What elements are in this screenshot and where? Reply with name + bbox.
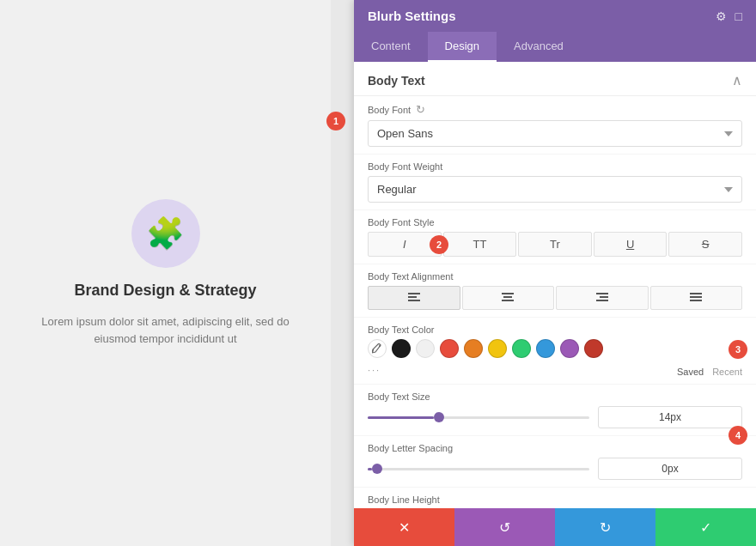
- letter-spacing-value[interactable]: [598, 458, 742, 480]
- color-blue[interactable]: [536, 339, 555, 358]
- step-badge-2: 2: [430, 235, 448, 254]
- body-font-label: Body Font ↻: [368, 103, 742, 116]
- body-text-color-row: Body Text Color ··· Sav: [354, 318, 756, 385]
- puzzle-icon: 🧩: [146, 215, 185, 252]
- svg-rect-4: [502, 293, 514, 294]
- body-font-weight-row: Body Font Weight Regular: [354, 155, 756, 210]
- settings-panel: Blurb Settings ⚙ □ Content Design Advanc…: [354, 0, 756, 546]
- tab-design[interactable]: Design: [428, 32, 497, 62]
- reset-icon: ↺: [499, 519, 510, 536]
- body-letter-spacing-label: Body Letter Spacing: [368, 443, 742, 453]
- step-badge-3: 3: [729, 340, 747, 359]
- letter-spacing-slider-row: [368, 458, 742, 480]
- tabs: Content Design Advanced: [354, 32, 756, 62]
- underline-button[interactable]: U: [594, 232, 668, 257]
- svg-rect-14: [690, 300, 702, 301]
- uppercase-button[interactable]: TT: [443, 232, 517, 257]
- align-justify-button[interactable]: [650, 286, 743, 310]
- body-font-row: Body Font ↻ Open Sans: [354, 96, 756, 155]
- svg-point-16: [379, 345, 381, 347]
- color-red[interactable]: [440, 339, 459, 358]
- capitalize-button[interactable]: Tr: [518, 232, 592, 257]
- color-dark-red[interactable]: [584, 339, 603, 358]
- body-font-style-label: Body Font Style: [368, 217, 742, 228]
- text-size-slider-row: [368, 406, 742, 428]
- brand-title: Brand Design & Strategy: [74, 282, 256, 300]
- letter-spacing-slider-track[interactable]: [368, 468, 589, 470]
- color-swatches: ··· Saved Recent: [368, 339, 742, 377]
- brand-subtitle: Lorem ipsum dolor sit amet, adipiscing e…: [37, 313, 295, 347]
- color-saved-recent: Saved Recent: [677, 367, 742, 377]
- panel-content: Body Text ∧ Body Font ↻ Open Sans Body F…: [354, 62, 756, 508]
- color-black[interactable]: [392, 339, 411, 358]
- cancel-button[interactable]: ✕: [354, 508, 454, 546]
- left-panel: 🧩 Brand Design & Strategy Lorem ipsum do…: [0, 0, 331, 546]
- align-left-button[interactable]: [368, 286, 460, 310]
- svg-rect-1: [408, 296, 417, 298]
- letter-spacing-slider-thumb[interactable]: [372, 464, 382, 474]
- text-size-value[interactable]: [598, 406, 742, 428]
- color-green[interactable]: [512, 339, 531, 358]
- body-line-height-row: Body Line Height: [354, 488, 756, 508]
- body-letter-spacing-row: Body Letter Spacing: [354, 436, 756, 488]
- body-line-height-label: Body Line Height: [368, 494, 742, 505]
- body-text-alignment-row: Body Text Alignment: [354, 264, 756, 318]
- save-icon: ✓: [700, 519, 711, 536]
- settings-icon[interactable]: ⚙: [716, 9, 727, 23]
- section-title: Body Text: [368, 74, 425, 88]
- body-text-size-row: Body Text Size: [354, 385, 756, 436]
- align-center-button[interactable]: [462, 286, 555, 310]
- color-yellow[interactable]: [488, 339, 507, 358]
- svg-rect-6: [502, 300, 514, 301]
- body-font-weight-label: Body Font Weight: [368, 161, 742, 172]
- svg-rect-12: [690, 293, 702, 294]
- header-icons: ⚙ □: [716, 9, 742, 23]
- panel-title: Blurb Settings: [368, 9, 456, 23]
- panel-footer: ✕ ↺ ↻ ✓: [354, 508, 756, 546]
- body-text-alignment-label: Body Text Alignment: [368, 271, 742, 282]
- step-badge-4: 4: [729, 426, 747, 445]
- font-style-buttons: I TT Tr U S: [368, 232, 742, 257]
- color-picker-icon[interactable]: [368, 339, 387, 358]
- body-font-reset-icon[interactable]: ↻: [416, 103, 425, 116]
- strikethrough-button[interactable]: S: [668, 232, 742, 257]
- body-text-size-label: Body Text Size: [368, 391, 742, 402]
- color-white[interactable]: [416, 339, 435, 358]
- alignment-buttons: [368, 286, 742, 310]
- body-font-style-row: Body Font Style I TT Tr U S: [354, 210, 756, 264]
- svg-rect-5: [503, 296, 512, 298]
- section-header: Body Text ∧: [354, 62, 756, 96]
- text-size-slider-track[interactable]: [368, 416, 589, 419]
- body-text-color-label: Body Text Color: [368, 325, 742, 335]
- text-size-slider-fill: [368, 416, 434, 419]
- cancel-icon: ✕: [399, 519, 410, 536]
- text-size-slider-thumb[interactable]: [434, 412, 444, 422]
- svg-rect-8: [596, 293, 608, 294]
- align-right-button[interactable]: [556, 286, 649, 310]
- saved-label[interactable]: Saved: [677, 367, 704, 377]
- color-orange[interactable]: [464, 339, 483, 358]
- svg-rect-13: [690, 296, 702, 298]
- tab-advanced[interactable]: Advanced: [497, 32, 581, 62]
- panel-header: Blurb Settings ⚙ □: [354, 0, 756, 32]
- collapse-icon[interactable]: ∧: [732, 72, 742, 88]
- tab-content[interactable]: Content: [354, 32, 428, 62]
- body-font-weight-select[interactable]: Regular: [368, 176, 742, 203]
- reset-button[interactable]: ↺: [454, 508, 555, 546]
- svg-rect-2: [408, 300, 420, 301]
- redo-button[interactable]: ↻: [555, 508, 655, 546]
- body-font-select[interactable]: Open Sans: [368, 120, 742, 147]
- puzzle-icon-wrap: 🧩: [131, 199, 200, 268]
- recent-label[interactable]: Recent: [712, 367, 742, 377]
- save-button[interactable]: ✓: [655, 508, 756, 546]
- color-purple[interactable]: [560, 339, 579, 358]
- step-badge-1: 1: [326, 112, 345, 130]
- svg-rect-10: [596, 300, 608, 301]
- svg-rect-9: [600, 296, 608, 298]
- color-more-dots[interactable]: ···: [368, 365, 381, 375]
- redo-icon: ↻: [600, 519, 611, 536]
- svg-rect-0: [408, 293, 420, 294]
- expand-icon[interactable]: □: [735, 9, 742, 23]
